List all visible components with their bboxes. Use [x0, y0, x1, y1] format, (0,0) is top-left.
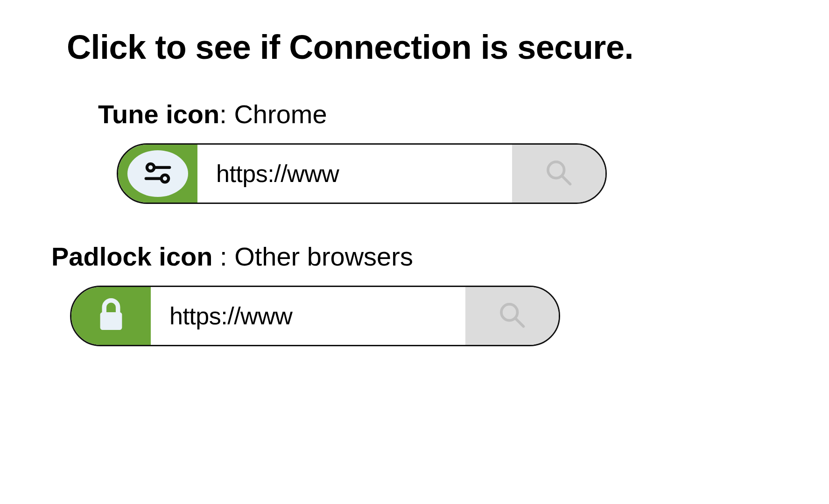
other-search-button[interactable]	[465, 287, 559, 345]
chrome-search-button[interactable]	[512, 145, 605, 203]
other-label-sep: :	[220, 242, 234, 271]
svg-point-2	[162, 175, 169, 182]
svg-line-8	[515, 318, 523, 326]
chrome-label-browser: Chrome	[234, 99, 327, 129]
tune-icon	[141, 156, 174, 191]
chrome-label-sep: :	[219, 99, 234, 129]
padlock-icon	[97, 297, 126, 335]
other-label-icon-name: Padlock icon	[51, 242, 220, 271]
search-icon	[495, 298, 529, 334]
chrome-label-icon-name: Tune icon	[98, 99, 219, 129]
page-title: Click to see if Connection is secure.	[37, 28, 663, 66]
site-info-button[interactable]	[71, 287, 151, 345]
chrome-example: Tune icon: Chrome https://www	[98, 99, 700, 204]
svg-point-0	[147, 164, 154, 171]
chrome-example-label: Tune icon: Chrome	[98, 99, 700, 129]
svg-line-5	[562, 176, 570, 184]
svg-rect-6	[100, 312, 122, 330]
chrome-address-bar: https://www	[117, 143, 607, 204]
site-info-button[interactable]	[118, 145, 197, 203]
other-label-browser: Other browsers	[234, 242, 413, 271]
chrome-url-text[interactable]: https://www	[197, 145, 512, 203]
other-address-bar: https://www	[70, 286, 560, 346]
search-icon	[542, 156, 576, 191]
other-url-text[interactable]: https://www	[151, 287, 465, 345]
other-browsers-example: Padlock icon : Other browsers https://ww…	[51, 241, 700, 346]
other-browsers-example-label: Padlock icon : Other browsers	[51, 241, 700, 272]
